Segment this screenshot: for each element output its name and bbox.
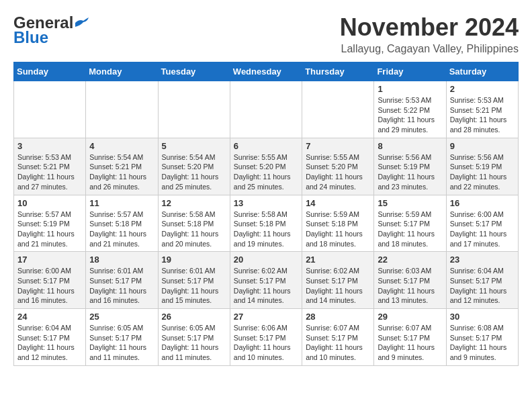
day-info: Sunrise: 6:01 AM Sunset: 5:17 PM Dayligh… <box>162 266 226 306</box>
day-number: 17 <box>17 255 82 265</box>
day-number: 30 <box>450 312 515 322</box>
calendar-cell <box>158 81 230 138</box>
day-info: Sunrise: 5:55 AM Sunset: 5:20 PM Dayligh… <box>306 152 370 192</box>
weekday-header-friday: Friday <box>374 62 446 81</box>
calendar-week-row: 24Sunrise: 6:04 AM Sunset: 5:17 PM Dayli… <box>14 309 519 366</box>
day-info: Sunrise: 5:56 AM Sunset: 5:19 PM Dayligh… <box>450 152 515 192</box>
logo-blue: Blue <box>13 28 48 47</box>
day-number: 21 <box>306 255 370 265</box>
calendar-cell: 11Sunrise: 5:57 AM Sunset: 5:18 PM Dayli… <box>86 195 158 252</box>
calendar-table: SundayMondayTuesdayWednesdayThursdayFrid… <box>13 62 519 366</box>
day-info: Sunrise: 6:00 AM Sunset: 5:17 PM Dayligh… <box>17 266 82 306</box>
day-number: 13 <box>234 198 298 208</box>
calendar-cell: 10Sunrise: 5:57 AM Sunset: 5:19 PM Dayli… <box>14 195 86 252</box>
day-info: Sunrise: 6:01 AM Sunset: 5:17 PM Dayligh… <box>89 266 154 306</box>
calendar-cell: 26Sunrise: 6:05 AM Sunset: 5:17 PM Dayli… <box>158 309 230 366</box>
calendar-week-row: 3Sunrise: 5:53 AM Sunset: 5:21 PM Daylig… <box>14 138 519 195</box>
day-info: Sunrise: 6:00 AM Sunset: 5:17 PM Dayligh… <box>450 210 515 249</box>
calendar-cell: 15Sunrise: 5:59 AM Sunset: 5:17 PM Dayli… <box>374 195 446 252</box>
day-number: 15 <box>378 198 442 208</box>
month-title: November 2024 <box>340 13 519 42</box>
weekday-header-thursday: Thursday <box>302 62 374 81</box>
calendar-cell: 7Sunrise: 5:55 AM Sunset: 5:20 PM Daylig… <box>302 138 374 195</box>
day-info: Sunrise: 5:58 AM Sunset: 5:18 PM Dayligh… <box>234 210 298 249</box>
calendar-cell <box>302 81 374 138</box>
page-header: General Blue November 2024 Lallayug, Cag… <box>13 13 519 55</box>
logo: General Blue <box>13 13 89 47</box>
calendar-cell: 19Sunrise: 6:01 AM Sunset: 5:17 PM Dayli… <box>158 252 230 309</box>
calendar-cell: 1Sunrise: 5:53 AM Sunset: 5:22 PM Daylig… <box>374 81 446 138</box>
day-number: 25 <box>89 312 154 322</box>
calendar-cell: 5Sunrise: 5:54 AM Sunset: 5:20 PM Daylig… <box>158 138 230 195</box>
day-info: Sunrise: 5:55 AM Sunset: 5:20 PM Dayligh… <box>234 152 298 192</box>
calendar-cell: 16Sunrise: 6:00 AM Sunset: 5:17 PM Dayli… <box>446 195 518 252</box>
calendar-cell: 6Sunrise: 5:55 AM Sunset: 5:20 PM Daylig… <box>230 138 302 195</box>
day-number: 7 <box>306 141 370 151</box>
day-number: 28 <box>306 312 370 322</box>
calendar-cell <box>14 81 86 138</box>
day-info: Sunrise: 5:59 AM Sunset: 5:17 PM Dayligh… <box>378 210 442 249</box>
day-number: 20 <box>234 255 298 265</box>
calendar-cell: 28Sunrise: 6:07 AM Sunset: 5:17 PM Dayli… <box>302 309 374 366</box>
day-info: Sunrise: 6:07 AM Sunset: 5:17 PM Dayligh… <box>306 323 370 363</box>
calendar-cell: 20Sunrise: 6:02 AM Sunset: 5:17 PM Dayli… <box>230 252 302 309</box>
calendar-cell: 14Sunrise: 5:59 AM Sunset: 5:18 PM Dayli… <box>302 195 374 252</box>
day-info: Sunrise: 5:54 AM Sunset: 5:21 PM Dayligh… <box>89 152 154 192</box>
day-number: 10 <box>17 198 82 208</box>
day-info: Sunrise: 5:57 AM Sunset: 5:19 PM Dayligh… <box>17 210 82 249</box>
calendar-cell: 21Sunrise: 6:02 AM Sunset: 5:17 PM Dayli… <box>302 252 374 309</box>
calendar-week-row: 17Sunrise: 6:00 AM Sunset: 5:17 PM Dayli… <box>14 252 519 309</box>
day-info: Sunrise: 6:07 AM Sunset: 5:17 PM Dayligh… <box>378 323 442 363</box>
day-number: 22 <box>378 255 442 265</box>
day-number: 4 <box>89 141 154 151</box>
day-number: 1 <box>378 84 442 94</box>
day-number: 27 <box>234 312 298 322</box>
calendar-cell: 24Sunrise: 6:04 AM Sunset: 5:17 PM Dayli… <box>14 309 86 366</box>
day-number: 29 <box>378 312 442 322</box>
day-info: Sunrise: 5:57 AM Sunset: 5:18 PM Dayligh… <box>89 210 154 249</box>
day-number: 26 <box>162 312 226 322</box>
day-info: Sunrise: 5:56 AM Sunset: 5:19 PM Dayligh… <box>378 152 442 192</box>
calendar-cell: 2Sunrise: 5:53 AM Sunset: 5:21 PM Daylig… <box>446 81 518 138</box>
logo-bird-icon <box>74 17 89 28</box>
location-title: Lallayug, Cagayan Valley, Philippines <box>340 43 519 55</box>
day-number: 23 <box>450 255 515 265</box>
calendar-cell: 22Sunrise: 6:03 AM Sunset: 5:17 PM Dayli… <box>374 252 446 309</box>
day-number: 19 <box>162 255 226 265</box>
day-info: Sunrise: 6:06 AM Sunset: 5:17 PM Dayligh… <box>234 323 298 363</box>
calendar-cell <box>86 81 158 138</box>
calendar-week-row: 1Sunrise: 5:53 AM Sunset: 5:22 PM Daylig… <box>14 81 519 138</box>
calendar-cell <box>230 81 302 138</box>
day-info: Sunrise: 6:03 AM Sunset: 5:17 PM Dayligh… <box>378 266 442 306</box>
day-number: 12 <box>162 198 226 208</box>
calendar-cell: 18Sunrise: 6:01 AM Sunset: 5:17 PM Dayli… <box>86 252 158 309</box>
day-info: Sunrise: 5:54 AM Sunset: 5:20 PM Dayligh… <box>162 152 226 192</box>
calendar-cell: 17Sunrise: 6:00 AM Sunset: 5:17 PM Dayli… <box>14 252 86 309</box>
day-info: Sunrise: 6:02 AM Sunset: 5:17 PM Dayligh… <box>234 266 298 306</box>
calendar-header-row: SundayMondayTuesdayWednesdayThursdayFrid… <box>14 62 519 81</box>
day-info: Sunrise: 6:05 AM Sunset: 5:17 PM Dayligh… <box>162 323 226 363</box>
day-number: 8 <box>378 141 442 151</box>
day-number: 18 <box>89 255 154 265</box>
day-info: Sunrise: 5:53 AM Sunset: 5:21 PM Dayligh… <box>450 95 515 135</box>
day-number: 6 <box>234 141 298 151</box>
weekday-header-monday: Monday <box>86 62 158 81</box>
day-info: Sunrise: 6:04 AM Sunset: 5:17 PM Dayligh… <box>450 266 515 306</box>
calendar-cell: 13Sunrise: 5:58 AM Sunset: 5:18 PM Dayli… <box>230 195 302 252</box>
day-info: Sunrise: 6:02 AM Sunset: 5:17 PM Dayligh… <box>306 266 370 306</box>
day-number: 9 <box>450 141 515 151</box>
day-number: 2 <box>450 84 515 94</box>
calendar-cell: 27Sunrise: 6:06 AM Sunset: 5:17 PM Dayli… <box>230 309 302 366</box>
calendar-cell: 29Sunrise: 6:07 AM Sunset: 5:17 PM Dayli… <box>374 309 446 366</box>
calendar-cell: 12Sunrise: 5:58 AM Sunset: 5:18 PM Dayli… <box>158 195 230 252</box>
calendar-cell: 3Sunrise: 5:53 AM Sunset: 5:21 PM Daylig… <box>14 138 86 195</box>
day-info: Sunrise: 6:05 AM Sunset: 5:17 PM Dayligh… <box>89 323 154 363</box>
calendar-cell: 30Sunrise: 6:08 AM Sunset: 5:17 PM Dayli… <box>446 309 518 366</box>
weekday-header-tuesday: Tuesday <box>158 62 230 81</box>
day-info: Sunrise: 5:53 AM Sunset: 5:21 PM Dayligh… <box>17 152 82 192</box>
day-number: 16 <box>450 198 515 208</box>
calendar-cell: 25Sunrise: 6:05 AM Sunset: 5:17 PM Dayli… <box>86 309 158 366</box>
calendar-cell: 8Sunrise: 5:56 AM Sunset: 5:19 PM Daylig… <box>374 138 446 195</box>
calendar-cell: 4Sunrise: 5:54 AM Sunset: 5:21 PM Daylig… <box>86 138 158 195</box>
weekday-header-sunday: Sunday <box>14 62 86 81</box>
